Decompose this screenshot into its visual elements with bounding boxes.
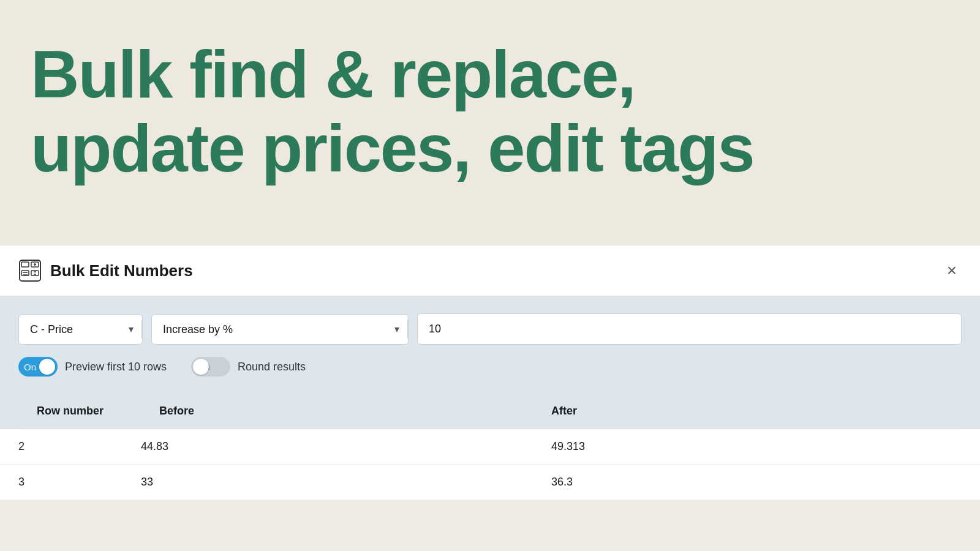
round-description: Round results: [238, 361, 306, 373]
operation-select[interactable]: Increase by %Decrease by %Set toIncrease…: [152, 315, 407, 344]
preview-toggle-knob: [39, 359, 55, 375]
table-header: Row number Before After: [18, 394, 962, 429]
modal-body: C - PriceA - PriceB - Price ▾ Increase b…: [0, 296, 980, 429]
svg-rect-1: [21, 262, 29, 267]
table-section: 2 44.83 49.313 3 33 36.3: [0, 429, 980, 500]
before-cell: 33: [141, 476, 551, 489]
row-number-cell: 2: [18, 440, 141, 453]
modal-header: Bulk Edit Numbers ×: [0, 246, 980, 296]
toggles-row: On Preview first 10 rows On Round result…: [18, 357, 962, 377]
table-row: 3 33 36.3: [0, 465, 980, 500]
column-select[interactable]: C - PriceA - PriceB - Price: [19, 315, 141, 344]
preview-toggle-label: On: [24, 362, 36, 372]
close-button[interactable]: ×: [942, 260, 962, 282]
after-cell: 36.3: [551, 476, 962, 489]
calculator-icon: [18, 259, 42, 282]
preview-toggle-group: On Preview first 10 rows: [18, 357, 167, 377]
col-header-after: After: [551, 405, 943, 418]
controls-row: C - PriceA - PriceB - Price ▾ Increase b…: [18, 313, 962, 345]
before-cell: 44.83: [141, 440, 551, 453]
round-toggle-knob: [193, 359, 209, 375]
column-select-wrapper: C - PriceA - PriceB - Price ▾: [18, 314, 143, 345]
after-cell: 49.313: [551, 440, 962, 453]
table-row: 2 44.83 49.313: [0, 429, 980, 465]
col-header-before: Before: [159, 405, 551, 418]
svg-rect-4: [31, 271, 39, 276]
hero-title: Bulk find & replace, update prices, edit…: [31, 37, 949, 185]
modal-title: Bulk Edit Numbers: [50, 261, 193, 280]
select-divider: [141, 320, 142, 339]
hero-section: Bulk find & replace, update prices, edit…: [0, 0, 980, 245]
modal-header-left: Bulk Edit Numbers: [18, 259, 193, 282]
amount-input[interactable]: [417, 313, 962, 345]
row-number-cell: 3: [18, 476, 141, 489]
round-toggle-group: On Round results: [191, 357, 306, 377]
operation-select-wrapper: Increase by %Decrease by %Set toIncrease…: [151, 314, 409, 345]
round-toggle[interactable]: On: [191, 357, 230, 377]
select-divider-2: [407, 320, 408, 339]
col-header-row-number: Row number: [37, 405, 159, 418]
preview-toggle[interactable]: On: [18, 357, 58, 377]
preview-description: Preview first 10 rows: [65, 361, 167, 373]
modal: Bulk Edit Numbers × C - PriceA - PriceB …: [0, 245, 980, 500]
